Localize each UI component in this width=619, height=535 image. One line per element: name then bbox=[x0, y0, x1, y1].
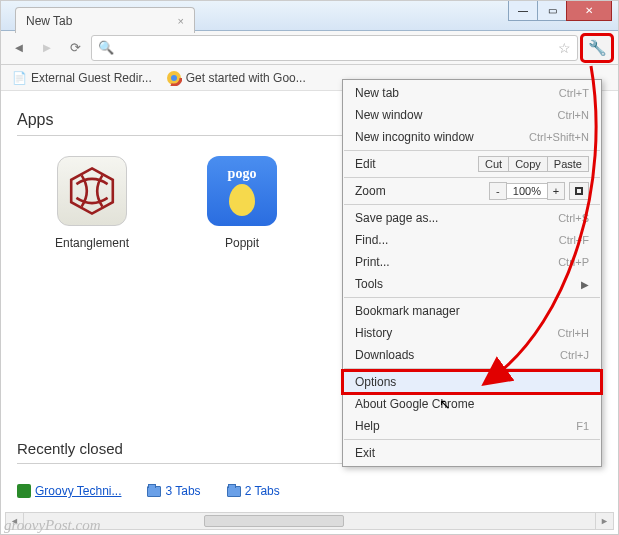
app-poppit[interactable]: pogo Poppit bbox=[197, 156, 287, 250]
site-icon bbox=[17, 484, 31, 498]
bookmark-item[interactable]: 📄 External Guest Redir... bbox=[11, 70, 152, 86]
window-titlebar: New Tab × — ▭ ✕ bbox=[1, 1, 618, 31]
scroll-right-button[interactable]: ► bbox=[595, 513, 613, 529]
bookmark-label: Get started with Goo... bbox=[186, 71, 306, 85]
menu-label: Help bbox=[355, 419, 380, 433]
zoom-out-button[interactable]: - bbox=[489, 182, 507, 200]
browser-tab[interactable]: New Tab × bbox=[15, 7, 195, 33]
shortcut-label: Ctrl+F bbox=[559, 234, 589, 246]
minimize-button[interactable]: — bbox=[508, 1, 538, 21]
chrome-icon bbox=[166, 70, 182, 86]
folder-icon bbox=[227, 486, 241, 497]
menu-label: Save page as... bbox=[355, 211, 438, 225]
entanglement-icon bbox=[57, 156, 127, 226]
fullscreen-icon bbox=[575, 187, 583, 195]
shortcut-label: Ctrl+J bbox=[560, 349, 589, 361]
menu-label: Exit bbox=[355, 446, 375, 460]
menu-label: New incognito window bbox=[355, 130, 474, 144]
tab-title: New Tab bbox=[26, 14, 72, 28]
browser-toolbar: ◄ ► ⟳ 🔍 ☆ 🔧 bbox=[1, 31, 618, 65]
recent-label: 3 Tabs bbox=[165, 484, 200, 498]
menu-separator bbox=[344, 204, 600, 205]
menu-label: Print... bbox=[355, 255, 390, 269]
folder-icon bbox=[147, 486, 161, 497]
back-button[interactable]: ◄ bbox=[7, 36, 31, 60]
menu-label: Downloads bbox=[355, 348, 414, 362]
menu-separator bbox=[344, 177, 600, 178]
menu-zoom: Zoom - 100% + bbox=[343, 180, 601, 202]
bookmark-item[interactable]: Get started with Goo... bbox=[166, 70, 306, 86]
menu-label: About Google Chrome bbox=[355, 397, 474, 411]
zoom-in-button[interactable]: + bbox=[547, 182, 565, 200]
shortcut-label: Ctrl+S bbox=[558, 212, 589, 224]
pogo-logo: pogo bbox=[228, 166, 257, 182]
menu-print[interactable]: Print... Ctrl+P bbox=[343, 251, 601, 273]
menu-label: Tools bbox=[355, 277, 383, 291]
close-tab-icon[interactable]: × bbox=[178, 15, 184, 27]
menu-help[interactable]: Help F1 bbox=[343, 415, 601, 437]
window-buttons: — ▭ ✕ bbox=[509, 1, 612, 21]
bookmark-label: External Guest Redir... bbox=[31, 71, 152, 85]
menu-options[interactable]: Options bbox=[343, 371, 601, 393]
recently-closed-row: Groovy Techni... 3 Tabs 2 Tabs bbox=[17, 484, 602, 498]
cut-button[interactable]: Cut bbox=[478, 156, 509, 172]
menu-bookmark-manager[interactable]: Bookmark manager bbox=[343, 300, 601, 322]
wrench-dropdown-menu: New tab Ctrl+T New window Ctrl+N New inc… bbox=[342, 79, 602, 467]
fullscreen-button[interactable] bbox=[569, 182, 589, 200]
menu-label: New window bbox=[355, 108, 422, 122]
shortcut-label: Ctrl+P bbox=[558, 256, 589, 268]
balloon-icon bbox=[229, 184, 255, 216]
menu-separator bbox=[344, 297, 600, 298]
menu-label: History bbox=[355, 326, 392, 340]
menu-label: New tab bbox=[355, 86, 399, 100]
app-entanglement[interactable]: Entanglement bbox=[47, 156, 137, 250]
app-label: Poppit bbox=[197, 236, 287, 250]
address-bar[interactable]: 🔍 ☆ bbox=[91, 35, 578, 61]
zoom-level: 100% bbox=[506, 183, 548, 199]
recent-tabs-group[interactable]: 3 Tabs bbox=[147, 484, 200, 498]
recent-label: 2 Tabs bbox=[245, 484, 280, 498]
svg-point-2 bbox=[171, 75, 177, 81]
menu-label: Find... bbox=[355, 233, 388, 247]
menu-exit[interactable]: Exit bbox=[343, 442, 601, 464]
menu-label: Zoom bbox=[355, 184, 386, 198]
menu-tools[interactable]: Tools ▶ bbox=[343, 273, 601, 295]
forward-button[interactable]: ► bbox=[35, 36, 59, 60]
mouse-cursor-icon: ↖ bbox=[439, 396, 451, 412]
recent-link[interactable]: Groovy Techni... bbox=[17, 484, 121, 498]
submenu-arrow-icon: ▶ bbox=[581, 279, 589, 290]
shortcut-label: Ctrl+H bbox=[558, 327, 589, 339]
copy-button[interactable]: Copy bbox=[508, 156, 548, 172]
poppit-icon: pogo bbox=[207, 156, 277, 226]
menu-incognito[interactable]: New incognito window Ctrl+Shift+N bbox=[343, 126, 601, 148]
maximize-button[interactable]: ▭ bbox=[537, 1, 567, 21]
paste-button[interactable]: Paste bbox=[547, 156, 589, 172]
reload-button[interactable]: ⟳ bbox=[63, 36, 87, 60]
menu-new-window[interactable]: New window Ctrl+N bbox=[343, 104, 601, 126]
shortcut-label: F1 bbox=[576, 420, 589, 432]
svg-marker-3 bbox=[71, 168, 113, 213]
menu-downloads[interactable]: Downloads Ctrl+J bbox=[343, 344, 601, 366]
menu-about[interactable]: About Google Chrome bbox=[343, 393, 601, 415]
menu-label: Bookmark manager bbox=[355, 304, 460, 318]
menu-save-as[interactable]: Save page as... Ctrl+S bbox=[343, 207, 601, 229]
shortcut-label: Ctrl+Shift+N bbox=[529, 131, 589, 143]
scroll-thumb[interactable] bbox=[204, 515, 344, 527]
recent-tabs-group[interactable]: 2 Tabs bbox=[227, 484, 280, 498]
shortcut-label: Ctrl+N bbox=[558, 109, 589, 121]
bookmark-star-icon[interactable]: ☆ bbox=[558, 40, 571, 56]
search-icon: 🔍 bbox=[98, 40, 114, 55]
recent-label: Groovy Techni... bbox=[35, 484, 121, 498]
close-window-button[interactable]: ✕ bbox=[566, 1, 612, 21]
menu-new-tab[interactable]: New tab Ctrl+T bbox=[343, 82, 601, 104]
app-label: Entanglement bbox=[47, 236, 137, 250]
wrench-menu-button[interactable]: 🔧 bbox=[582, 35, 612, 61]
menu-edit: Edit Cut Copy Paste bbox=[343, 153, 601, 175]
menu-label: Edit bbox=[355, 157, 376, 171]
menu-history[interactable]: History Ctrl+H bbox=[343, 322, 601, 344]
menu-separator bbox=[344, 150, 600, 151]
wrench-icon: 🔧 bbox=[588, 39, 607, 57]
watermark: groovyPost.com bbox=[4, 517, 101, 534]
menu-find[interactable]: Find... Ctrl+F bbox=[343, 229, 601, 251]
shortcut-label: Ctrl+T bbox=[559, 87, 589, 99]
